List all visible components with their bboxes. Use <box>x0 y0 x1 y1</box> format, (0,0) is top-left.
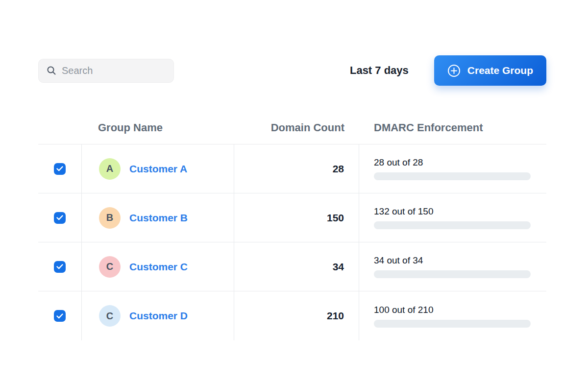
dmarc-cell: 100 out of 210 <box>359 291 546 340</box>
checkbox-cell <box>38 242 82 291</box>
group-name-cell: B Customer B <box>82 193 234 242</box>
customer-link[interactable]: Customer A <box>129 163 187 175</box>
checkbox-cell <box>38 144 82 193</box>
customer-link[interactable]: Customer B <box>129 212 188 224</box>
table-row: B Customer B 150 132 out of 150 <box>38 193 546 242</box>
domain-count-value: 34 <box>333 261 344 273</box>
row-checkbox[interactable] <box>54 163 66 175</box>
avatar: A <box>99 158 121 180</box>
dmarc-cell: 34 out of 34 <box>359 242 546 291</box>
check-icon <box>56 215 63 220</box>
group-name-cell: A Customer A <box>82 144 234 193</box>
enforcement-label: 132 out of 150 <box>374 206 434 217</box>
check-icon <box>56 313 63 319</box>
check-icon <box>56 264 63 269</box>
customer-link[interactable]: Customer D <box>129 310 188 322</box>
row-checkbox[interactable] <box>54 261 66 273</box>
search-icon <box>47 66 56 75</box>
create-group-button[interactable]: Create Group <box>434 55 546 86</box>
check-icon <box>56 166 63 171</box>
date-range-selector[interactable]: Last 7 days <box>350 64 409 77</box>
table-header-row: Group Name Domain Count DMARC Enforcemen… <box>38 112 546 144</box>
table-row: C Customer C 34 34 out of 34 <box>38 242 546 291</box>
row-checkbox[interactable] <box>54 212 66 224</box>
domain-count-cell: 28 <box>234 144 359 193</box>
group-name-cell: C Customer C <box>82 242 234 291</box>
groups-table: Group Name Domain Count DMARC Enforcemen… <box>38 112 546 340</box>
enforcement-progress <box>374 221 531 229</box>
row-checkbox[interactable] <box>54 310 66 322</box>
domain-count-value: 210 <box>327 310 344 322</box>
domain-count-value: 28 <box>333 163 344 175</box>
header-dmarc-enforcement: DMARC Enforcement <box>359 121 546 134</box>
domain-count-cell: 210 <box>234 291 359 340</box>
avatar: C <box>99 305 121 327</box>
dashboard-card: Last 7 days Create Group Group Name Doma… <box>0 0 588 381</box>
header-domain-count: Domain Count <box>234 121 359 134</box>
dmarc-cell: 28 out of 28 <box>359 144 546 193</box>
search-box[interactable] <box>38 59 174 83</box>
avatar: C <box>99 256 121 278</box>
search-input[interactable] <box>62 65 166 76</box>
domain-count-cell: 150 <box>234 193 359 242</box>
avatar: B <box>99 207 121 229</box>
dmarc-cell: 132 out of 150 <box>359 193 546 242</box>
checkbox-cell <box>38 291 82 340</box>
plus-circle-icon <box>447 64 461 77</box>
domain-count-cell: 34 <box>234 242 359 291</box>
create-group-label: Create Group <box>467 65 533 76</box>
toolbar-right: Last 7 days Create Group <box>350 55 546 86</box>
enforcement-progress <box>374 320 531 328</box>
header-group-name: Group Name <box>82 121 234 134</box>
enforcement-label: 100 out of 210 <box>374 305 434 315</box>
toolbar: Last 7 days Create Group <box>38 55 546 86</box>
enforcement-progress <box>374 172 531 180</box>
enforcement-label: 28 out of 28 <box>374 157 423 168</box>
table-row: A Customer A 28 28 out of 28 <box>38 144 546 193</box>
customer-link[interactable]: Customer C <box>129 261 188 273</box>
table-row: C Customer D 210 100 out of 210 <box>38 291 546 340</box>
enforcement-progress <box>374 270 531 278</box>
checkbox-cell <box>38 193 82 242</box>
domain-count-value: 150 <box>327 212 344 224</box>
enforcement-label: 34 out of 34 <box>374 255 423 266</box>
group-name-cell: C Customer D <box>82 291 234 340</box>
